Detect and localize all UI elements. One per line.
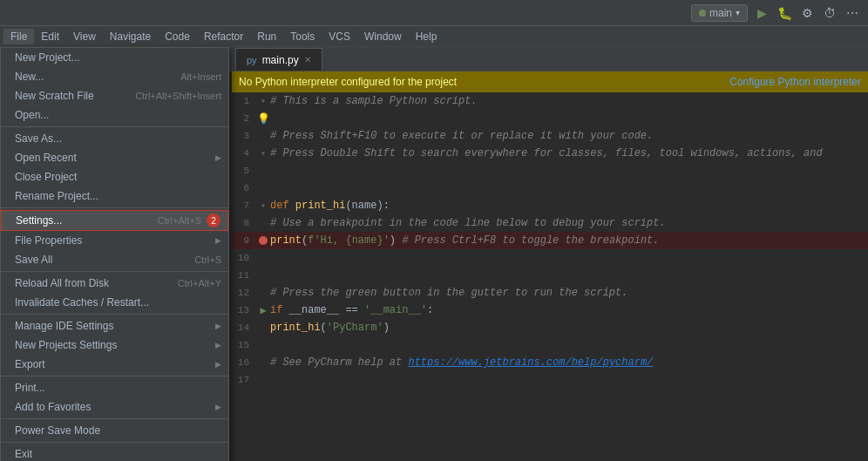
gutter-icon[interactable] <box>256 236 270 245</box>
line-number: 14 <box>232 322 256 333</box>
menu-navigate[interactable]: Navigate <box>103 29 158 44</box>
menu-separator <box>1 418 228 419</box>
menu-item-label: New Project... <box>15 51 80 64</box>
menu-window[interactable]: Window <box>357 29 409 44</box>
tab-main-py[interactable]: py main.py ✕ <box>235 48 322 71</box>
run-config-label: main <box>709 7 732 19</box>
menu-item-label: Reload All from Disk <box>15 277 109 289</box>
python-file-icon: py <box>247 55 257 65</box>
run-config[interactable]: main ▾ <box>691 4 748 22</box>
code-line-16: 16# See PyCharm help at https://www.jetb… <box>232 354 868 371</box>
code-text: if __name__ == '__main__': <box>270 304 433 316</box>
close-tab-icon[interactable]: ✕ <box>304 55 311 64</box>
menu-help[interactable]: Help <box>409 29 444 44</box>
line-number: 5 <box>232 166 256 176</box>
line-number: 7 <box>232 200 256 211</box>
fold-icon[interactable]: ▾ <box>261 148 266 159</box>
menu-edit[interactable]: Edit <box>34 29 66 44</box>
dropdown-item-close-project[interactable]: Close Project <box>1 167 228 186</box>
menu-item-label: Open... <box>15 109 49 121</box>
run-gutter-arrow[interactable]: ▶ <box>260 304 266 317</box>
menu-separator <box>1 314 228 315</box>
menu-item-shortcut: Ctrl+S <box>194 254 221 265</box>
menu-refactor[interactable]: Refactor <box>197 29 250 44</box>
dropdown-item-new-project---[interactable]: New Project... <box>1 48 228 67</box>
menubar: File Edit View Navigate Code Refactor Ru… <box>0 26 868 47</box>
line-number: 6 <box>232 183 256 193</box>
menu-separator <box>1 271 228 272</box>
menu-separator <box>1 376 228 376</box>
gutter-icon: 💡 <box>256 112 270 125</box>
warn-bar-container: No Python interpreter configured for the… <box>232 71 868 92</box>
dropdown-item-save-as---[interactable]: Save As... <box>1 129 228 148</box>
gutter-icon: ▾ <box>256 200 270 211</box>
code-line-6: 6 <box>232 180 868 197</box>
code-line-17: 17 <box>232 371 868 389</box>
dropdown-item-new-scratch-file[interactable]: New Scratch FileCtrl+Alt+Shift+Insert <box>1 86 228 105</box>
breakpoint-dot[interactable] <box>259 236 268 245</box>
code-text: # Press the green button in the gutter t… <box>270 287 627 299</box>
menu-view[interactable]: View <box>66 29 103 44</box>
code-line-12: 12# Press the green button in the gutter… <box>232 284 868 302</box>
line-number: 10 <box>232 253 256 263</box>
menu-item-label: Export <box>15 358 45 370</box>
menu-item-label: Save All <box>15 254 52 266</box>
dropdown-item-add-to-favorites[interactable]: Add to Favorites▶ <box>1 397 228 417</box>
submenu-arrow-icon: ▶ <box>215 341 221 349</box>
dropdown-item-settings---[interactable]: Settings...Ctrl+Alt+S2 <box>1 210 228 231</box>
code-text: # This is a sample Python script. <box>270 95 478 107</box>
menu-tools[interactable]: Tools <box>283 29 322 44</box>
more-button[interactable]: ⋯ <box>844 4 861 22</box>
interpreter-warning-bar: No Python interpreter configured for the… <box>232 71 868 92</box>
dropdown-item-save-all[interactable]: Save AllCtrl+S <box>1 250 228 269</box>
dropdown-item-file-properties[interactable]: File Properties▶ <box>1 231 228 250</box>
menu-vcs[interactable]: VCS <box>322 29 357 44</box>
toolbar: main ▾ ▶ 🐛 ⚙ ⏱ ⋯ <box>0 0 868 26</box>
profile-button[interactable]: ⏱ <box>821 4 838 22</box>
configure-interpreter-link[interactable]: Configure Python interpreter <box>729 76 861 88</box>
dropdown-item-open-recent[interactable]: Open Recent▶ <box>1 148 228 167</box>
dropdown-item-print---[interactable]: Print... <box>1 378 228 397</box>
run-config-dot <box>699 10 706 17</box>
code-line-4: 4▾# Press Double Shift to search everywh… <box>232 145 868 162</box>
line-number: 16 <box>232 357 256 368</box>
gutter-icon[interactable]: ▶ <box>256 304 270 317</box>
dropdown-item-power-save-mode[interactable]: Power Save Mode <box>1 421 228 440</box>
line-number: 9 <box>232 235 256 246</box>
code-line-11: 11 <box>232 267 868 284</box>
menu-item-label: Manage IDE Settings <box>15 320 113 332</box>
menu-file[interactable]: File <box>3 29 34 44</box>
line-number: 3 <box>232 131 256 141</box>
dropdown-item-export[interactable]: Export▶ <box>1 355 228 374</box>
dropdown-item-manage-ide-settings[interactable]: Manage IDE Settings▶ <box>1 316 228 336</box>
code-container: 1▾# This is a sample Python script.2💡3# … <box>232 92 868 389</box>
gutter-icon: ▾ <box>256 96 270 106</box>
dropdown-item-exit[interactable]: Exit <box>1 444 228 461</box>
dropdown-item-open---[interactable]: Open... <box>1 105 228 125</box>
dropdown-item-new-projects-settings[interactable]: New Projects Settings▶ <box>1 336 228 355</box>
warning-message: No Python interpreter configured for the… <box>239 76 457 88</box>
dropdown-item-reload-all-from-disk[interactable]: Reload All from DiskCtrl+Alt+Y <box>1 274 228 293</box>
code-text: # Use a breakpoint in the code line belo… <box>270 217 666 229</box>
dropdown-item-new---[interactable]: New...Alt+Insert <box>1 67 228 86</box>
tab-label: main.py <box>262 54 299 66</box>
run-button[interactable]: ▶ <box>753 4 770 22</box>
code-text: # See PyCharm help at https://www.jetbra… <box>270 356 653 369</box>
code-line-9: 9 print(f'Hi, {name}') # Press Ctrl+F8 t… <box>232 232 868 249</box>
line-number: 8 <box>232 218 256 228</box>
dropdown-item-invalidate-caches---restart---[interactable]: Invalidate Caches / Restart... <box>1 293 228 312</box>
dropdown-item-rename-project---[interactable]: Rename Project... <box>1 186 228 206</box>
debug-button[interactable]: 🐛 <box>776 4 793 22</box>
url-link[interactable]: https://www.jetbrains.com/help/pycharm/ <box>408 356 653 369</box>
submenu-arrow-icon: ▶ <box>215 322 221 330</box>
menu-run[interactable]: Run <box>250 29 283 44</box>
fold-icon[interactable]: ▾ <box>261 200 266 211</box>
line-number: 17 <box>232 375 256 385</box>
menu-code[interactable]: Code <box>158 29 197 44</box>
code-line-10: 10 <box>232 249 868 267</box>
menu-item-label: Save As... <box>15 132 62 145</box>
code-text: print_hi('PyCharm') <box>270 322 390 334</box>
coverage-button[interactable]: ⚙ <box>798 4 816 22</box>
fold-icon[interactable]: ▾ <box>261 96 266 106</box>
editor-area: 1▾# This is a sample Python script.2💡3# … <box>232 92 868 461</box>
